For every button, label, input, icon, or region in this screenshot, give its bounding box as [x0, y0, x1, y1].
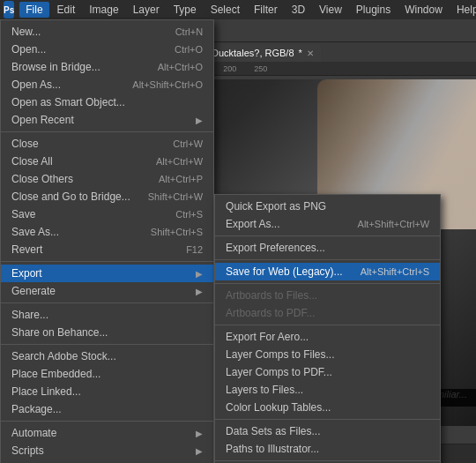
menu-help[interactable]: Help — [450, 2, 476, 18]
menu-export[interactable]: Export▶ — [1, 265, 213, 282]
export-sep-5 — [215, 419, 440, 420]
menu-filter[interactable]: Filter — [248, 2, 284, 18]
menu-package[interactable]: Package... — [1, 400, 213, 418]
menu-select[interactable]: Select — [205, 2, 246, 18]
menu-revert[interactable]: RevertF12 — [1, 241, 213, 258]
menu-type[interactable]: Type — [167, 2, 203, 18]
export-preferences[interactable]: Export Preferences... — [215, 239, 440, 257]
separator-4 — [1, 344, 213, 345]
ruler-mark: 200 — [223, 64, 236, 73]
export-layers-files[interactable]: Layers to Files... — [215, 381, 440, 399]
menu-generate[interactable]: Generate▶ — [1, 282, 213, 300]
separator-1 — [1, 131, 213, 132]
menu-share[interactable]: Share... — [1, 306, 213, 324]
export-artboards-pdf[interactable]: Artboards to PDF... — [215, 304, 440, 322]
file-menu-overlay: New...Ctrl+N Open...Ctrl+O Browse in Bri… — [0, 19, 214, 463]
menu-window[interactable]: Window — [398, 2, 449, 18]
menu-automate[interactable]: Automate▶ — [1, 424, 213, 442]
export-sep-4 — [215, 325, 440, 325]
separator-2 — [1, 261, 213, 262]
tab-title: Ducktales?, RGB/8 — [212, 48, 294, 58]
menu-bar: Ps File Edit Image Layer Type Select Fil… — [0, 0, 476, 19]
menu-3d[interactable]: 3D — [286, 2, 311, 18]
menu-search-stock[interactable]: Search Adobe Stock... — [1, 347, 213, 365]
menu-scripts[interactable]: Scripts▶ — [1, 442, 213, 459]
menu-import[interactable]: Import▶ — [1, 459, 213, 463]
menu-close-others[interactable]: Close OthersAlt+Ctrl+P — [1, 170, 213, 188]
export-color-lookup[interactable]: Color Lookup Tables... — [215, 399, 440, 416]
menu-open-recent[interactable]: Open Recent▶ — [1, 111, 213, 129]
export-sep-2 — [215, 259, 440, 260]
file-dropdown: New...Ctrl+N Open...Ctrl+O Browse in Bri… — [0, 19, 214, 463]
menu-save-as[interactable]: Save As...Shift+Ctrl+S — [1, 223, 213, 241]
export-save-for-web[interactable]: Save for Web (Legacy)...Alt+Shift+Ctrl+S — [215, 263, 440, 280]
menu-close-all[interactable]: Close AllAlt+Ctrl+W — [1, 153, 213, 170]
menu-plugins[interactable]: Plugins — [350, 2, 397, 18]
export-for-aero[interactable]: Export For Aero... — [215, 328, 440, 346]
export-quick-png[interactable]: Quick Export as PNG — [215, 198, 440, 215]
menu-file[interactable]: File — [19, 2, 48, 18]
menu-layer[interactable]: Layer — [127, 2, 166, 18]
menu-view[interactable]: View — [313, 2, 348, 18]
tab-modified-indicator: * — [299, 48, 302, 58]
menu-open-smart[interactable]: Open as Smart Object... — [1, 93, 213, 111]
menu-close[interactable]: CloseCtrl+W — [1, 135, 213, 153]
export-layer-comps-pdf[interactable]: Layer Comps to PDF... — [215, 363, 440, 381]
export-paths-illustrator[interactable]: Paths to Illustrator... — [215, 440, 440, 458]
menu-edit[interactable]: Edit — [51, 2, 82, 18]
menu-save[interactable]: SaveCtrl+S — [1, 205, 213, 223]
menu-share-behance[interactable]: Share on Behance... — [1, 324, 213, 341]
export-export-as[interactable]: Export As...Alt+Shift+Ctrl+W — [215, 215, 440, 233]
menu-place-linked[interactable]: Place Linked... — [1, 383, 213, 400]
export-data-sets[interactable]: Data Sets as Files... — [215, 422, 440, 440]
export-sep-3 — [215, 283, 440, 284]
separator-5 — [1, 421, 213, 422]
ruler-mark: 250 — [254, 64, 267, 73]
menu-place-embedded[interactable]: Place Embedded... — [1, 365, 213, 383]
menu-browse-bridge[interactable]: Browse in Bridge...Alt+Ctrl+O — [1, 58, 213, 76]
menu-open[interactable]: Open...Ctrl+O — [1, 41, 213, 58]
export-sep-6 — [215, 460, 440, 461]
ps-logo: Ps — [4, 1, 14, 19]
menu-new[interactable]: New...Ctrl+N — [1, 23, 213, 41]
export-sep-1 — [215, 235, 440, 236]
export-artboards-files[interactable]: Artboards to Files... — [215, 287, 440, 304]
menu-image[interactable]: Image — [83, 2, 124, 18]
separator-3 — [1, 302, 213, 303]
export-submenu: Quick Export as PNG Export As...Alt+Shif… — [214, 194, 441, 463]
tab-close-button[interactable]: ✕ — [307, 49, 314, 58]
menu-close-bridge[interactable]: Close and Go to Bridge...Shift+Ctrl+W — [1, 188, 213, 205]
doc-tab-ducktales[interactable]: Ducktales?, RGB/8 * ✕ — [205, 44, 321, 62]
menu-open-as[interactable]: Open As...Alt+Shift+Ctrl+O — [1, 76, 213, 93]
export-layer-comps-files[interactable]: Layer Comps to Files... — [215, 346, 440, 363]
